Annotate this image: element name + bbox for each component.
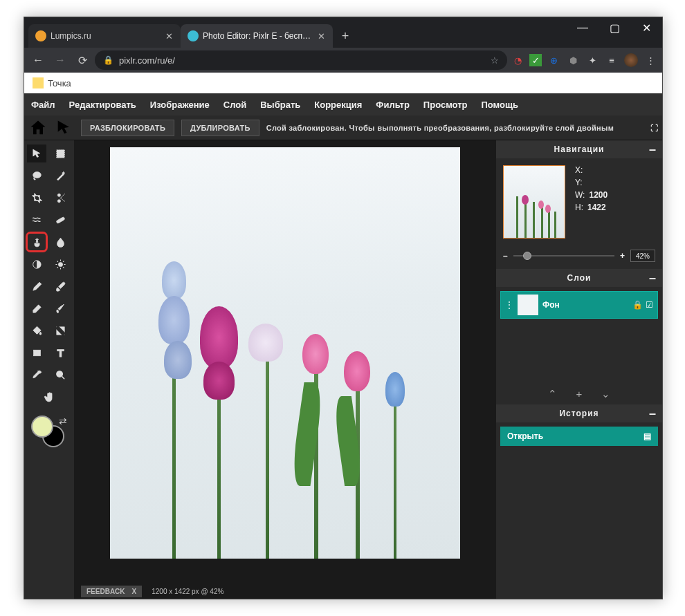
- feedback-button[interactable]: FEEDBACK X: [81, 586, 142, 597]
- svg-rect-6: [33, 350, 40, 356]
- minimize-button[interactable]: —: [567, 17, 599, 38]
- zoom-out-button[interactable]: –: [503, 251, 508, 261]
- layer-name: Фон: [542, 300, 628, 310]
- extensions-button[interactable]: ✦: [585, 53, 600, 68]
- menu-image[interactable]: Изображение: [150, 100, 210, 110]
- foreground-color[interactable]: [31, 416, 53, 438]
- extension-icon[interactable]: ◔: [510, 53, 525, 68]
- canvas-area[interactable]: [74, 140, 496, 584]
- folder-icon: [33, 77, 44, 88]
- back-button[interactable]: ←: [28, 50, 48, 70]
- browser-titlebar: Lumpics.ru ✕ Photo Editor: Pixlr E - бес…: [24, 17, 662, 48]
- color-swatches[interactable]: ⇄: [27, 416, 71, 450]
- zoom-track[interactable]: [513, 255, 614, 256]
- swap-colors-icon[interactable]: ⇄: [59, 416, 67, 427]
- reload-button[interactable]: ⟳: [73, 50, 92, 70]
- star-icon[interactable]: ☆: [491, 55, 499, 66]
- heal-tool[interactable]: [51, 211, 70, 229]
- menu-button[interactable]: ⋮: [643, 53, 658, 68]
- profile-avatar[interactable]: [623, 53, 639, 68]
- crop-tool[interactable]: [27, 189, 46, 207]
- history-item[interactable]: Открыть ▤: [500, 427, 658, 446]
- home-icon[interactable]: [28, 118, 48, 138]
- extension-icon[interactable]: ⊕: [546, 53, 561, 68]
- blur-tool[interactable]: [51, 233, 70, 251]
- liquify-tool[interactable]: [27, 211, 46, 229]
- visibility-icon[interactable]: ☑: [646, 300, 653, 310]
- svg-point-7: [56, 371, 62, 377]
- menu-edit[interactable]: Редактировать: [69, 100, 136, 110]
- gradient-tool[interactable]: [51, 321, 70, 339]
- text-tool[interactable]: [51, 344, 70, 362]
- arrow-tool-icon[interactable]: [55, 118, 74, 138]
- close-icon[interactable]: ✕: [164, 31, 174, 41]
- add-layer-icon[interactable]: +: [576, 388, 583, 400]
- menu-view[interactable]: Просмотр: [423, 100, 468, 110]
- duplicate-button[interactable]: ДУБЛИРОВАТЬ: [181, 120, 259, 136]
- navigator-info: X: Y: W:1200 H:1422: [575, 165, 608, 239]
- shape-tool[interactable]: [27, 344, 46, 362]
- clone-tool[interactable]: [27, 233, 46, 251]
- browser-tab[interactable]: Lumpics.ru ✕: [28, 24, 181, 48]
- history-icon: ▤: [643, 431, 651, 441]
- menu-file[interactable]: Файл: [31, 100, 55, 110]
- brush-tool[interactable]: [51, 277, 70, 295]
- menu-help[interactable]: Помощь: [482, 100, 518, 110]
- lock-icon: 🔒: [103, 55, 113, 65]
- url-field[interactable]: 🔒 pixlr.com/ru/e/ ☆: [95, 50, 507, 70]
- unlock-button[interactable]: РАЗБЛОКИРОВАТЬ: [81, 120, 174, 136]
- menu-filter[interactable]: Фильтр: [376, 100, 410, 110]
- url-text: pixlr.com/ru/e/: [119, 55, 175, 66]
- zoom-in-button[interactable]: +: [620, 251, 625, 261]
- eyedropper-tool[interactable]: [27, 366, 46, 384]
- cutout-tool[interactable]: [51, 189, 70, 207]
- layer-thumbnail: [518, 295, 538, 315]
- lock-icon[interactable]: 🔒: [632, 300, 643, 310]
- eraser-tool[interactable]: [27, 299, 46, 317]
- extension-icon[interactable]: ⬢: [565, 53, 581, 68]
- move-tool[interactable]: [27, 144, 46, 162]
- browser-tab[interactable]: Photo Editor: Pixlr E - бесплатны ✕: [181, 24, 333, 48]
- tab-title: Photo Editor: Pixlr E - бесплатны: [203, 31, 312, 41]
- forward-button[interactable]: →: [51, 50, 70, 70]
- minimize-icon[interactable]: –: [649, 142, 657, 157]
- right-panel: Навигации – X: Y: W:12: [496, 140, 662, 599]
- marquee-tool[interactable]: [51, 144, 70, 162]
- panel-header-layers: Слои –: [496, 269, 662, 287]
- drag-handle-icon[interactable]: ⋮: [505, 300, 513, 310]
- menu-layer[interactable]: Слой: [223, 100, 246, 110]
- bookmark-item[interactable]: Точка: [48, 78, 71, 88]
- fill-tool[interactable]: [27, 321, 46, 339]
- favicon-icon: [188, 30, 199, 41]
- layer-up-icon[interactable]: ⌃: [548, 388, 557, 400]
- pen-tool[interactable]: [27, 277, 46, 295]
- navigator-thumbnail[interactable]: [503, 165, 565, 239]
- tab-title: Lumpics.ru: [51, 31, 160, 41]
- extension-icon[interactable]: ✓: [529, 54, 542, 66]
- smudge-tool[interactable]: [51, 299, 70, 317]
- wand-tool[interactable]: [51, 167, 70, 185]
- zoom-tool[interactable]: [51, 366, 70, 384]
- minimize-icon[interactable]: –: [649, 407, 657, 421]
- menu-select[interactable]: Выбрать: [260, 100, 300, 110]
- canvas-image: [110, 147, 460, 559]
- options-bar: РАЗБЛОКИРОВАТЬ ДУБЛИРОВАТЬ Слой заблокир…: [24, 115, 662, 140]
- hand-tool[interactable]: [39, 388, 59, 406]
- maximize-button[interactable]: ▢: [599, 17, 630, 38]
- layer-down-icon[interactable]: ⌄: [601, 388, 610, 400]
- sponge-tool[interactable]: [51, 255, 70, 273]
- minimize-icon[interactable]: –: [649, 271, 657, 286]
- close-button[interactable]: ✕: [630, 17, 662, 38]
- dodge-tool[interactable]: [27, 255, 46, 273]
- menu-adjust[interactable]: Коррекция: [314, 100, 362, 110]
- expand-icon[interactable]: ⛶: [650, 124, 658, 132]
- lasso-tool[interactable]: [27, 167, 46, 185]
- media-button[interactable]: ≡: [604, 53, 619, 68]
- canvas-dimensions: 1200 x 1422 px @ 42%: [152, 588, 223, 595]
- layer-item[interactable]: ⋮ Фон 🔒 ☑: [500, 291, 658, 319]
- new-tab-button[interactable]: +: [336, 26, 355, 46]
- close-icon[interactable]: X: [132, 588, 137, 595]
- zoom-value[interactable]: 42%: [630, 250, 655, 262]
- tool-panel: ⇄: [24, 140, 74, 599]
- close-icon[interactable]: ✕: [316, 31, 326, 41]
